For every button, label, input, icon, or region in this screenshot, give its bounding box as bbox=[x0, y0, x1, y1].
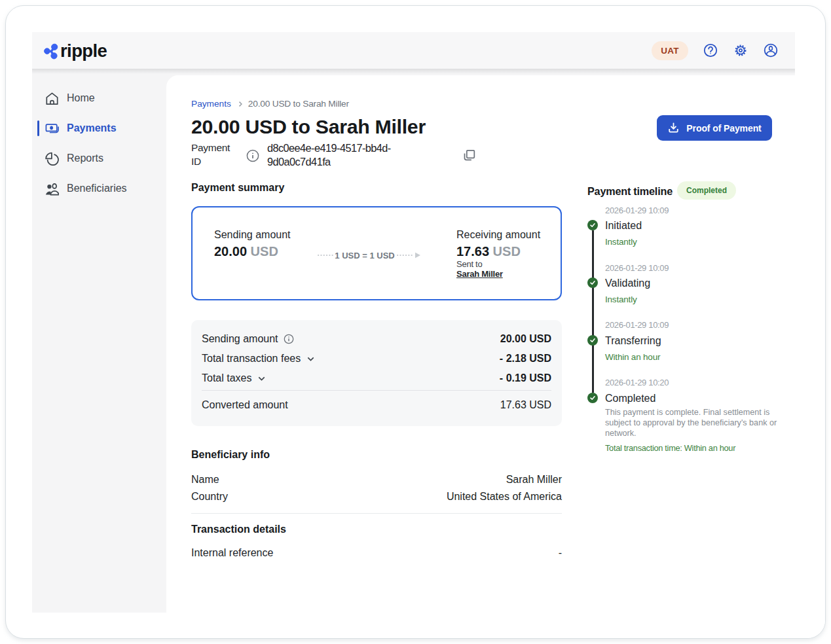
svg-text:1 USD = 1 USD: 1 USD = 1 USD bbox=[335, 251, 394, 260]
